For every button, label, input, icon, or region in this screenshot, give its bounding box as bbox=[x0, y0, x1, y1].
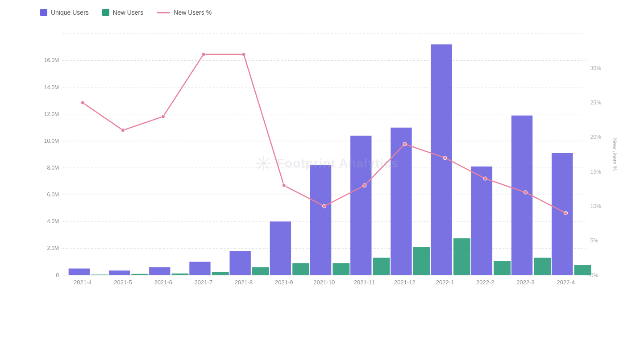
svg-text:2021-10: 2021-10 bbox=[314, 279, 335, 286]
svg-text:16.0M: 16.0M bbox=[44, 57, 59, 63]
svg-point-74 bbox=[564, 211, 568, 215]
svg-text:20%: 20% bbox=[590, 134, 601, 140]
svg-rect-52 bbox=[212, 272, 229, 275]
svg-rect-56 bbox=[373, 258, 390, 275]
svg-point-72 bbox=[483, 177, 487, 180]
svg-point-70 bbox=[403, 142, 407, 146]
svg-text:0: 0 bbox=[56, 272, 59, 279]
svg-rect-36 bbox=[69, 269, 90, 275]
svg-rect-37 bbox=[109, 270, 130, 275]
svg-rect-59 bbox=[494, 261, 511, 275]
legend-color-new bbox=[102, 9, 109, 16]
svg-text:2021-7: 2021-7 bbox=[195, 279, 213, 286]
svg-text:2022-2: 2022-2 bbox=[476, 279, 494, 286]
svg-rect-57 bbox=[413, 247, 430, 275]
svg-text:2021-11: 2021-11 bbox=[354, 279, 375, 286]
svg-rect-46 bbox=[471, 166, 492, 275]
svg-point-69 bbox=[363, 184, 366, 187]
svg-rect-54 bbox=[292, 263, 309, 275]
svg-text:2021-6: 2021-6 bbox=[154, 279, 172, 286]
svg-point-65 bbox=[202, 53, 205, 56]
svg-text:15%: 15% bbox=[590, 169, 601, 175]
svg-point-73 bbox=[524, 191, 528, 194]
svg-text:2021-8: 2021-8 bbox=[235, 279, 253, 286]
svg-text:2.0M: 2.0M bbox=[47, 245, 59, 251]
chart-container: Unique Users New Users New Users % F bbox=[0, 0, 644, 337]
legend-label-pct: New Users % bbox=[174, 9, 212, 16]
svg-rect-55 bbox=[332, 263, 349, 275]
chart-area: Footprint Analytics 02.0M4.0M6.0M8.0M10.… bbox=[36, 25, 617, 302]
chart-legend: Unique Users New Users New Users % bbox=[36, 9, 617, 16]
svg-rect-40 bbox=[230, 251, 251, 275]
legend-new-users: New Users bbox=[102, 9, 143, 16]
svg-rect-39 bbox=[189, 262, 210, 275]
svg-text:30%: 30% bbox=[590, 65, 601, 71]
svg-rect-58 bbox=[453, 238, 470, 275]
legend-new-users-pct: New Users % bbox=[157, 9, 212, 16]
svg-point-63 bbox=[121, 129, 125, 132]
svg-text:14.0M: 14.0M bbox=[44, 84, 59, 91]
svg-rect-43 bbox=[350, 136, 371, 275]
svg-text:10%: 10% bbox=[590, 203, 601, 209]
legend-color-pct bbox=[157, 12, 170, 13]
svg-text:12.0M: 12.0M bbox=[44, 111, 59, 117]
legend-color-unique bbox=[40, 9, 47, 16]
svg-text:5%: 5% bbox=[590, 237, 598, 244]
legend-unique-users: Unique Users bbox=[40, 9, 89, 16]
svg-text:2022-4: 2022-4 bbox=[557, 279, 575, 286]
svg-text:2021-4: 2021-4 bbox=[74, 279, 92, 286]
svg-rect-48 bbox=[552, 153, 573, 275]
svg-point-68 bbox=[322, 204, 326, 208]
svg-text:25%: 25% bbox=[590, 100, 601, 106]
svg-text:6.0M: 6.0M bbox=[47, 191, 59, 198]
svg-rect-53 bbox=[252, 267, 269, 275]
svg-rect-47 bbox=[511, 116, 532, 275]
svg-text:10.0M: 10.0M bbox=[44, 138, 59, 144]
svg-text:2022-3: 2022-3 bbox=[516, 279, 535, 286]
svg-point-66 bbox=[242, 53, 245, 56]
svg-point-67 bbox=[282, 184, 286, 187]
svg-text:8.0M: 8.0M bbox=[47, 165, 59, 171]
svg-rect-61 bbox=[574, 265, 591, 275]
svg-point-62 bbox=[81, 101, 84, 104]
svg-text:2022-1: 2022-1 bbox=[436, 279, 454, 286]
svg-text:4.0M: 4.0M bbox=[47, 218, 59, 225]
svg-text:2021-12: 2021-12 bbox=[394, 279, 415, 286]
legend-label-unique: Unique Users bbox=[51, 9, 89, 16]
svg-rect-44 bbox=[391, 128, 411, 275]
chart-svg: 02.0M4.0M6.0M8.0M10.0M12.0M14.0M16.0M0%5… bbox=[36, 25, 617, 302]
svg-text:2021-9: 2021-9 bbox=[275, 279, 293, 286]
svg-rect-41 bbox=[270, 221, 291, 275]
svg-text:New Users %: New Users % bbox=[611, 138, 618, 171]
svg-rect-51 bbox=[172, 274, 189, 275]
svg-rect-42 bbox=[310, 165, 331, 275]
svg-text:2021-5: 2021-5 bbox=[114, 279, 132, 286]
svg-point-64 bbox=[162, 115, 165, 118]
svg-rect-38 bbox=[149, 267, 170, 275]
legend-label-new: New Users bbox=[113, 9, 143, 16]
svg-rect-60 bbox=[534, 258, 551, 275]
svg-point-71 bbox=[443, 156, 447, 160]
svg-text:0%: 0% bbox=[590, 272, 598, 279]
